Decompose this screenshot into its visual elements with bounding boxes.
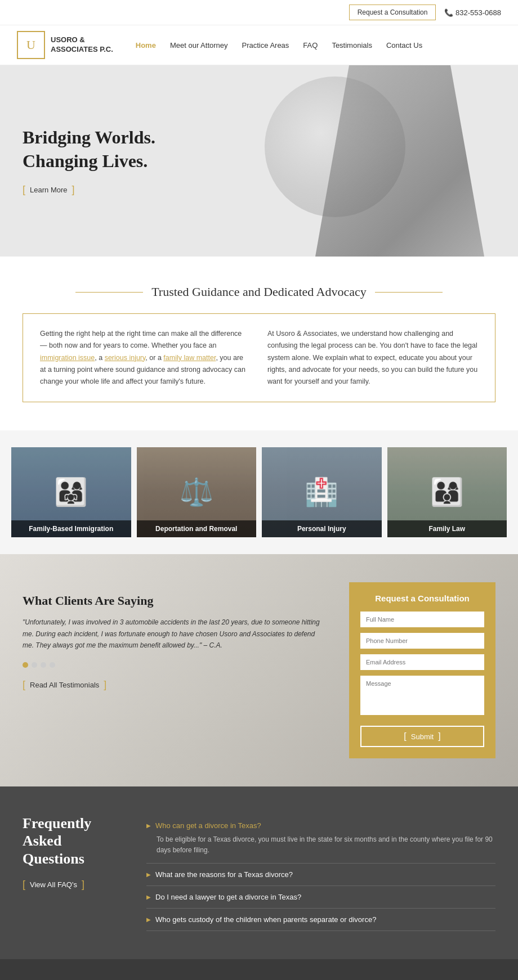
hero-title: Bridging Worlds. Changing Lives. [23, 126, 155, 173]
dot-2[interactable] [32, 662, 37, 668]
nav-bar: U USORO & ASSOCIATES P.C. Home Meet our … [0, 25, 518, 65]
trusted-title: Trusted Guidance and Dedicated Advocacy [23, 285, 495, 299]
trusted-right-text: At Usoro & Associates, we understand how… [267, 328, 478, 388]
nav-testimonials[interactable]: Testimonials [332, 41, 372, 50]
testimonials-section: What Clients Are Saying "Unfortunately, … [0, 554, 518, 786]
testimonial-dots [23, 662, 327, 668]
view-all-faqs-button[interactable]: View All FAQ's [23, 879, 84, 891]
nav-practice[interactable]: Practice Areas [242, 41, 289, 50]
logo-icon: U [17, 31, 45, 59]
practice-card-family-law[interactable]: 👨‍👩‍👦 Family Law [387, 447, 507, 537]
faq-answer-1: To be eligible for a Texas divorce, you … [146, 834, 495, 856]
form-name-input[interactable] [360, 612, 484, 627]
form-submit-button[interactable]: Submit [360, 726, 484, 747]
practice-label-family-law: Family Law [387, 520, 507, 537]
dot-3[interactable] [41, 662, 46, 668]
faq-item-4: ▶ Who gets custody of the children when … [146, 909, 495, 931]
dot-1[interactable] [23, 662, 28, 668]
read-all-testimonials-button[interactable]: Read All Testimonials [23, 679, 106, 691]
nav-faq[interactable]: FAQ [303, 41, 318, 50]
faq-item-2: ▶ What are the reasons for a Texas divor… [146, 864, 495, 886]
practice-label-personal-injury: Personal Injury [262, 520, 382, 537]
trusted-box: Getting the right help at the right time… [23, 313, 495, 402]
faq-question-1[interactable]: ▶ Who can get a divorce in Texas? [146, 821, 495, 830]
practice-card-deportation[interactable]: ⚖️ Deportation and Removal [137, 447, 257, 537]
top-consultation-button[interactable]: Request a Consultation [349, 5, 436, 20]
dot-4[interactable] [50, 662, 55, 668]
faq-arrow-2: ▶ [146, 871, 151, 878]
footer-info-section: Usoro & Associates, P.C. 📍 12202 Dover S… [0, 959, 518, 980]
top-bar: Request a Consultation 📞 832-553-0688 [0, 0, 518, 25]
faq-right: ▶ Who can get a divorce in Texas? To be … [146, 815, 495, 930]
main-nav: Home Meet our Attorney Practice Areas FA… [136, 41, 422, 50]
faq-arrow-3: ▶ [146, 894, 151, 900]
nav-home[interactable]: Home [136, 41, 156, 50]
form-phone-input[interactable] [360, 633, 484, 649]
practice-card-family-based[interactable]: 👨‍👩‍👧 Family-Based Immigration [11, 447, 131, 537]
practice-areas-section: 👨‍👩‍👧 Family-Based Immigration ⚖️ Deport… [0, 430, 518, 554]
practice-label-deportation: Deportation and Removal [137, 520, 257, 537]
trusted-section: Trusted Guidance and Dedicated Advocacy … [0, 257, 518, 430]
trusted-left-text: Getting the right help at the right time… [40, 328, 251, 388]
faq-section: Frequently Asked Questions View All FAQ'… [0, 786, 518, 959]
practice-grid: 👨‍👩‍👧 Family-Based Immigration ⚖️ Deport… [11, 447, 507, 537]
faq-question-3[interactable]: ▶ Do I need a lawyer to get a divorce in… [146, 893, 495, 901]
nav-attorney[interactable]: Meet our Attorney [170, 41, 228, 50]
faq-left: Frequently Asked Questions View All FAQ'… [23, 815, 124, 930]
family-law-link[interactable]: family law matter [163, 354, 216, 362]
hero-learn-more-button[interactable]: Learn More [23, 184, 75, 196]
faq-title: Frequently Asked Questions [23, 815, 124, 867]
practice-card-personal-injury[interactable]: 🏥 Personal Injury [262, 447, 382, 537]
consultation-form: Request a Consultation Submit [349, 582, 495, 758]
form-title: Request a Consultation [360, 594, 484, 603]
logo: U USORO & ASSOCIATES P.C. [17, 31, 113, 59]
top-phone: 📞 832-553-0688 [444, 8, 501, 17]
injury-link[interactable]: serious injury [105, 354, 146, 362]
testimonial-quote: "Unfortunately, I was involved in 3 auto… [23, 617, 327, 651]
testimonials-title: What Clients Are Saying [23, 594, 327, 608]
form-email-input[interactable] [360, 654, 484, 670]
hero-section: Bridging Worlds. Changing Lives. Learn M… [0, 65, 518, 257]
hero-content: Bridging Worlds. Changing Lives. Learn M… [0, 126, 178, 196]
logo-text: USORO & ASSOCIATES P.C. [51, 35, 113, 55]
testimonials-left: What Clients Are Saying "Unfortunately, … [23, 582, 327, 691]
immigration-link[interactable]: immigration issue [40, 354, 95, 362]
form-message-input[interactable] [360, 676, 484, 715]
faq-arrow-4: ▶ [146, 916, 151, 923]
faq-arrow-1: ▶ [146, 822, 151, 829]
faq-question-2[interactable]: ▶ What are the reasons for a Texas divor… [146, 870, 495, 879]
nav-contact[interactable]: Contact Us [386, 41, 422, 50]
practice-label-family-based: Family-Based Immigration [11, 520, 131, 537]
faq-item-1: ▶ Who can get a divorce in Texas? To be … [146, 815, 495, 863]
faq-item-3: ▶ Do I need a lawyer to get a divorce in… [146, 886, 495, 909]
faq-question-4[interactable]: ▶ Who gets custody of the children when … [146, 915, 495, 924]
